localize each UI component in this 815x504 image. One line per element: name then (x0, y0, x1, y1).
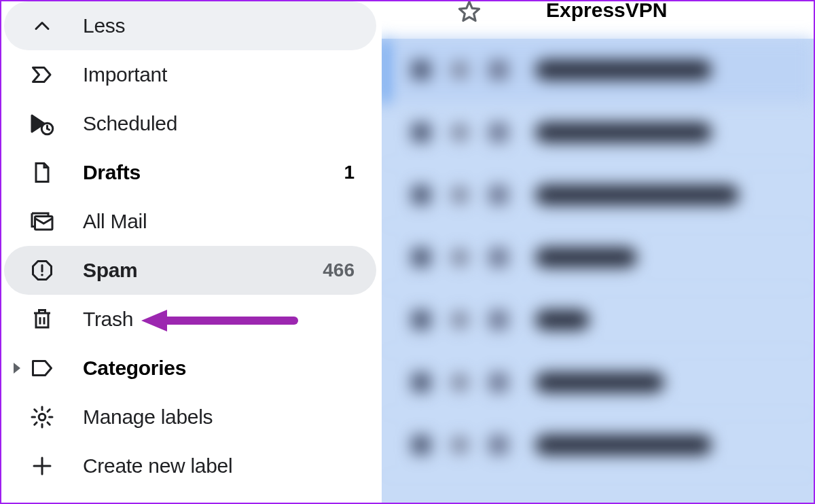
sidebar-item-less[interactable]: Less (4, 1, 376, 50)
spam-icon (30, 258, 83, 283)
sidebar-item-label: Less (83, 14, 363, 37)
sidebar: Less Important Scheduled Drafts (1, 1, 382, 503)
mail-row[interactable] (382, 226, 814, 289)
sidebar-item-label: Create new label (83, 454, 363, 478)
spam-count: 466 (323, 259, 363, 281)
mail-sender: ExpressVPN (546, 1, 667, 22)
all-mail-icon (30, 209, 83, 234)
scheduled-icon (30, 111, 83, 136)
sidebar-item-important[interactable]: Important (4, 50, 376, 99)
svg-point-3 (41, 274, 43, 276)
sidebar-item-spam[interactable]: Spam 466 (4, 246, 376, 295)
mail-row[interactable] (382, 289, 814, 351)
plus-icon (30, 454, 83, 478)
gear-icon (30, 405, 83, 429)
sidebar-item-label: Categories (83, 357, 363, 380)
label-icon (30, 356, 83, 380)
chevron-up-icon (30, 14, 83, 38)
sidebar-item-all-mail[interactable]: All Mail (4, 197, 376, 246)
drafts-count: 1 (344, 162, 363, 183)
drafts-icon (30, 160, 83, 185)
sidebar-item-create-label[interactable]: Create new label (4, 442, 376, 490)
sidebar-item-manage-labels[interactable]: Manage labels (4, 393, 376, 442)
mail-row[interactable] (382, 164, 814, 226)
sidebar-item-label: All Mail (83, 210, 363, 233)
mail-list-pane: ExpressVPN (382, 1, 814, 503)
sidebar-item-label: Important (83, 63, 363, 86)
selection-accent (382, 39, 387, 103)
sidebar-item-drafts[interactable]: Drafts 1 (4, 148, 376, 197)
expand-triangle-icon (14, 363, 20, 374)
blurred-mail-list (382, 39, 814, 503)
mail-row[interactable] (382, 39, 814, 101)
mail-row-visible[interactable]: ExpressVPN (382, 1, 814, 39)
svg-point-6 (39, 414, 46, 420)
sidebar-item-scheduled[interactable]: Scheduled (4, 99, 376, 148)
sidebar-item-label: Spam (83, 259, 323, 282)
sidebar-item-label: Manage labels (83, 406, 363, 429)
trash-icon (30, 307, 83, 331)
mail-row[interactable] (382, 414, 814, 476)
sidebar-item-label: Drafts (83, 161, 344, 184)
star-icon[interactable] (456, 1, 482, 24)
sidebar-item-trash[interactable]: Trash (4, 295, 376, 344)
mail-row[interactable] (382, 101, 814, 164)
mail-row[interactable] (382, 351, 814, 414)
sidebar-item-label: Scheduled (83, 112, 363, 135)
sidebar-item-categories[interactable]: Categories (4, 344, 376, 393)
important-icon (30, 62, 83, 87)
sidebar-item-label: Trash (83, 308, 363, 331)
